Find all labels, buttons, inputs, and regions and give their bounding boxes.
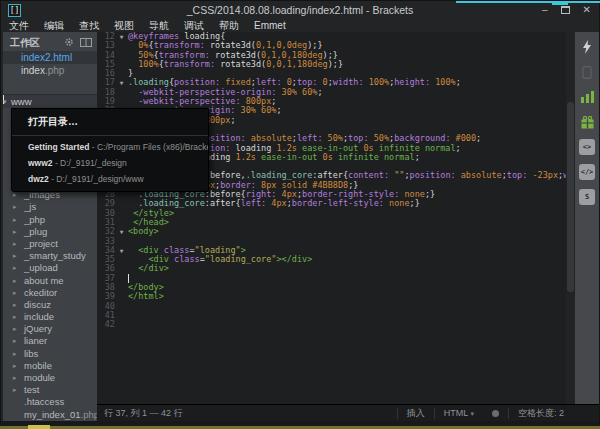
- code-line[interactable]: 37: [97, 274, 575, 283]
- folder-collapse-arrow-icon[interactable]: ▸: [13, 250, 17, 262]
- folder-collapse-arrow-icon[interactable]: ▸: [13, 335, 17, 347]
- code-line[interactable]: 42: [97, 320, 575, 329]
- tree-item-test[interactable]: ▸test: [3, 384, 97, 396]
- tree-item-libs[interactable]: ▸libs: [3, 348, 97, 360]
- menu-item-文件[interactable]: 文件: [9, 19, 29, 32]
- recent-folder-www2[interactable]: www2 - D:/_9191/_design: [12, 155, 208, 171]
- closing-tag-icon[interactable]: </>: [579, 164, 595, 180]
- live-preview-lightning-icon[interactable]: [579, 39, 595, 55]
- folder-collapse-arrow-icon[interactable]: ▸: [13, 384, 17, 396]
- line-number: 42: [97, 320, 115, 329]
- folder-collapse-arrow-icon[interactable]: ▸: [13, 275, 17, 287]
- open-folder-menu-item[interactable]: 打开目录…: [12, 109, 208, 134]
- menu-divider: [12, 135, 208, 136]
- extension-chart-icon[interactable]: [579, 89, 595, 105]
- tree-item-mobile[interactable]: ▸mobile: [3, 360, 97, 372]
- folder-collapse-arrow-icon[interactable]: ▸: [13, 311, 17, 323]
- top-edge-highlight: [456, 1, 600, 3]
- tree-item-module[interactable]: ▸module: [3, 372, 97, 384]
- fold-gutter: [115, 320, 128, 329]
- horizontal-split-icon[interactable]: [80, 38, 92, 47]
- folder-collapse-arrow-icon[interactable]: ▸: [13, 372, 17, 384]
- recent-folder-Getting Started[interactable]: Getting Started - C:/Program Files (x86)…: [12, 139, 208, 155]
- code-text: </div>: [128, 264, 169, 273]
- menu-item-调试[interactable]: 调试: [184, 19, 204, 32]
- tree-item-my_index_01[interactable]: my_index_01.php: [3, 409, 97, 421]
- language-selector[interactable]: HTML ▾: [434, 408, 483, 419]
- code-text: <body>: [128, 227, 159, 236]
- folder-collapse-arrow-icon[interactable]: ▸: [13, 348, 17, 360]
- tree-item-include[interactable]: ▸include: [3, 311, 97, 323]
- folder-collapse-arrow-icon[interactable]: ▸: [13, 360, 17, 372]
- tree-item-_php[interactable]: ▸_php: [3, 214, 97, 226]
- folder-collapse-arrow-icon[interactable]: ▸: [13, 238, 17, 250]
- gear-icon[interactable]: [64, 37, 74, 47]
- project-dropdown-menu: 打开目录… Getting Started - C:/Program Files…: [11, 108, 209, 192]
- extension-gift-icon[interactable]: [579, 114, 595, 130]
- recent-folder-dwz2[interactable]: dwz2 - D:/_9191/_design/www: [12, 171, 208, 187]
- extension-toolbar: <> </> S: [575, 32, 599, 404]
- folder-collapse-arrow-icon[interactable]: ▸: [13, 299, 17, 311]
- fold-gutter: [115, 69, 128, 78]
- fold-gutter: [115, 199, 128, 208]
- tree-item-ckeditor[interactable]: ▸ckeditor: [3, 287, 97, 299]
- close-button[interactable]: ✕: [583, 4, 591, 16]
- menu-item-导航[interactable]: 导航: [149, 19, 169, 32]
- fold-gutter: [115, 311, 128, 320]
- chevron-down-icon: ▾: [3, 95, 4, 104]
- code-line[interactable]: 39</html>: [97, 292, 575, 301]
- working-file-index[interactable]: index.php: [3, 64, 97, 77]
- brackets-window: [] _CSS/2014.08.08.loading/index2.html -…: [0, 0, 600, 426]
- scrollbar-thumb[interactable]: [567, 102, 574, 292]
- angle-brackets-icon[interactable]: <>: [579, 139, 595, 155]
- fold-arrow-icon[interactable]: ▼: [115, 78, 128, 87]
- minimize-button[interactable]: –: [542, 4, 548, 16]
- tree-item-_plug[interactable]: ▸_plug: [3, 226, 97, 238]
- folder-collapse-arrow-icon[interactable]: ▸: [13, 287, 17, 299]
- insert-mode-toggle[interactable]: 插入: [397, 408, 434, 419]
- editor-scrollbar[interactable]: [566, 32, 575, 404]
- titlebar: [] _CSS/2014.08.08.loading/index2.html -…: [1, 1, 599, 19]
- menu-item-帮助[interactable]: 帮助: [219, 19, 239, 32]
- folder-collapse-arrow-icon[interactable]: ▸: [13, 323, 17, 335]
- fold-gutter: [115, 60, 128, 69]
- folder-collapse-arrow-icon[interactable]: ▸: [13, 214, 17, 226]
- code-line[interactable]: 40: [97, 302, 575, 311]
- device-preview-icon[interactable]: [579, 64, 595, 80]
- folder-collapse-arrow-icon[interactable]: ▸: [13, 226, 17, 238]
- fold-arrow-icon[interactable]: ▼: [115, 246, 128, 255]
- menu-item-编辑[interactable]: 编辑: [44, 19, 64, 32]
- project-selector[interactable]: www ▾: [3, 94, 97, 108]
- maximize-button[interactable]: [561, 6, 570, 14]
- code-line[interactable]: 31 </head>: [97, 218, 575, 227]
- lint-status-dot-icon[interactable]: [492, 410, 499, 417]
- code-line[interactable]: 32▼<body>: [97, 227, 575, 236]
- indent-spaces-setting[interactable]: 空格长度: 2: [508, 408, 573, 419]
- fold-arrow-icon[interactable]: ▼: [115, 32, 128, 41]
- tree-item-discuz[interactable]: ▸discuz: [3, 299, 97, 311]
- code-line[interactable]: 41: [97, 311, 575, 320]
- menu-item-视图[interactable]: 视图: [114, 19, 134, 32]
- brackets-logo-icon: []: [8, 4, 21, 17]
- tree-item-jQuery[interactable]: ▸jQuery: [3, 323, 97, 335]
- file-tree: ▸_css▸_images▸_js▸_php▸_plug▸_project▸_s…: [3, 177, 97, 427]
- code-line[interactable]: 36 </div>: [97, 264, 575, 273]
- tree-item-_project[interactable]: ▸_project: [3, 238, 97, 250]
- tree-item-_js[interactable]: ▸_js: [3, 201, 97, 213]
- menu-item-Emmet[interactable]: Emmet: [254, 19, 286, 32]
- tree-item-about me[interactable]: ▸about me: [3, 275, 97, 287]
- code-line[interactable]: 38</body>: [97, 283, 575, 292]
- tree-item-_upload[interactable]: ▸_upload: [3, 262, 97, 274]
- code-line[interactable]: 15 100%{transform: rotate3d(0,0,1,180deg…: [97, 60, 575, 69]
- working-file-index2[interactable]: index2.html: [3, 51, 97, 64]
- tree-item-lianer[interactable]: ▸lianer: [3, 335, 97, 347]
- fold-gutter: [115, 209, 128, 218]
- tree-item-.htaccess[interactable]: .htaccess: [3, 396, 97, 408]
- tree-item-_smarty_study[interactable]: ▸_smarty_study: [3, 250, 97, 262]
- menu-item-查找[interactable]: 查找: [79, 19, 99, 32]
- folder-collapse-arrow-icon[interactable]: ▸: [13, 201, 17, 213]
- folder-collapse-arrow-icon[interactable]: ▸: [13, 262, 17, 274]
- fold-arrow-icon[interactable]: ▼: [115, 227, 128, 236]
- code-editor[interactable]: 12▼@keyframes loading{13 0%{transform: r…: [97, 32, 575, 404]
- extension-s-icon[interactable]: S: [579, 189, 595, 205]
